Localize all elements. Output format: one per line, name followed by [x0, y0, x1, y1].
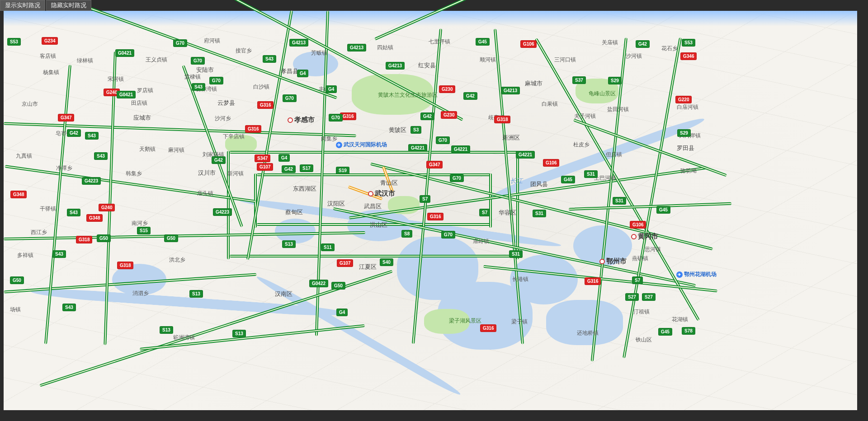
town-label: 净潭乡: [56, 164, 72, 172]
town-label: 盐田河镇: [607, 106, 629, 113]
expressway-shield: G4221: [516, 151, 535, 159]
town-label: 客店镇: [40, 52, 56, 60]
town-label: 庙岭镇: [473, 238, 489, 245]
national-road-shield: G230: [439, 85, 455, 93]
expressway-shield: G70: [450, 174, 464, 182]
town-label: 西江乡: [31, 229, 47, 236]
town-label: 三河口镇: [554, 56, 576, 64]
expressway-shield: G70: [329, 114, 343, 122]
expressway-shield: S43: [192, 83, 205, 91]
town-label: 铁山区: [636, 336, 652, 344]
expressway-shield: S27: [625, 293, 639, 301]
expressway-shield: S40: [380, 258, 393, 266]
expressway-shield: S31: [613, 197, 626, 205]
expressway-shield: G42: [463, 92, 477, 100]
airport-label: ✈鄂州花湖机场: [676, 271, 717, 278]
map-canvas[interactable]: 长江 武汉市孝感市鄂州市黄冈市汉川市应城市安陆市红安县麻城市罗田县团风县华容区黄…: [0, 11, 868, 421]
town-label: 干驿镇: [40, 205, 56, 213]
town-label: 罗店镇: [137, 87, 153, 94]
scenic-area-label: 梁子湖风景区: [449, 317, 481, 325]
district-label: 孝昌县: [281, 67, 298, 75]
national-road-shield: G318: [117, 262, 133, 269]
scenic-area-label: 黄陂木兰文化生态旅游区: [378, 91, 438, 99]
town-label: 但店镇: [606, 151, 622, 159]
expressway-shield: G45: [561, 176, 575, 183]
expressway-shield: S31: [533, 210, 546, 217]
expressway-shield: S43: [94, 152, 108, 160]
expressway-shield: G50: [331, 282, 345, 290]
town-label: 长港镇: [512, 276, 528, 283]
expressway-shield: G4213: [289, 39, 308, 47]
town-label: 簕洲湾镇: [173, 334, 195, 341]
expressway-shield: S31: [584, 170, 598, 178]
town-label: 闵集乡: [321, 135, 337, 143]
town-label: 沙河镇: [626, 52, 642, 60]
national-road-shield: G240: [99, 204, 115, 211]
town-label: 绿林镇: [77, 57, 93, 65]
town-label: 白庙河镇: [677, 103, 698, 111]
expressway-shield: S43: [67, 209, 80, 216]
town-label: 洪北乡: [169, 256, 185, 264]
yangtze-river-label: 长江: [510, 177, 523, 185]
expressway-shield: S29: [608, 77, 622, 84]
expressway-shield: S43: [62, 304, 76, 311]
hide-traffic-button[interactable]: 隐藏实时路况: [46, 0, 91, 11]
expressway-shield: G50: [97, 234, 111, 242]
expressway-shield: S13: [232, 330, 246, 337]
district-label: 黄陂区: [389, 126, 406, 134]
town-label: 芳畈镇: [311, 49, 327, 57]
expressway-shield: G70: [209, 77, 223, 84]
expressway-shield: G0422: [309, 280, 328, 287]
expressway-shield: S31: [509, 250, 523, 258]
national-road-shield: G107: [257, 163, 273, 171]
district-label: 汉阳区: [327, 200, 345, 208]
expressway-shield: G50: [164, 234, 178, 242]
national-road-shield: G346: [680, 52, 697, 60]
expressway-shield: G4223: [213, 208, 232, 216]
airport-icon: ✈: [336, 142, 342, 148]
expressway-shield: G4223: [82, 177, 101, 185]
scenic-area-label: 龟峰山景区: [589, 90, 616, 98]
town-label: 夫子河镇: [574, 112, 596, 120]
expressway-shield: G0421: [117, 91, 136, 98]
expressway-shield: G45: [656, 206, 670, 214]
traffic-road-layer: [4, 11, 857, 410]
expressway-shield: G42: [282, 165, 296, 173]
airport-icon: ✈: [676, 271, 683, 278]
airport-label: ✈武汉天河国际机场: [336, 141, 387, 149]
expressway-shield: G4213: [386, 62, 405, 70]
expressway-shield: S78: [682, 327, 695, 335]
town-label: 关庙镇: [602, 39, 618, 47]
national-road-shield: G106: [630, 221, 646, 229]
national-road-shield: G234: [42, 37, 58, 45]
show-traffic-button[interactable]: 显示实时路况: [0, 0, 45, 11]
town-label: 汀祖镇: [633, 308, 650, 316]
town-label: 田店镇: [131, 99, 147, 107]
district-label: 青山区: [380, 179, 398, 187]
expressway-shield: G50: [10, 276, 24, 284]
national-road-shield: G316: [480, 324, 496, 332]
expressway-shield: S13: [160, 326, 173, 334]
town-label: 四姑镇: [377, 44, 393, 51]
city-label: 武汉市: [368, 189, 395, 198]
expressway-shield: S53: [682, 39, 695, 47]
national-road-shield: G106: [520, 40, 537, 48]
expressway-shield: G4221: [408, 144, 427, 152]
expressway-shield: G4: [336, 309, 348, 316]
town-label: 七里坪镇: [429, 38, 450, 46]
town-label: 梁子镇: [511, 318, 528, 326]
expressway-shield: G0421: [115, 49, 134, 57]
district-label: 麻城市: [525, 80, 542, 88]
national-road-shield: G316: [427, 213, 443, 220]
town-label: 宋河镇: [108, 75, 124, 83]
town-label: 燕矶镇: [632, 255, 648, 262]
expressway-shield: S13: [189, 290, 203, 298]
district-label: 团风县: [530, 180, 548, 188]
expressway-shield: G70: [436, 136, 450, 144]
expressway-shield: S53: [7, 38, 21, 46]
district-label: 罗田县: [677, 144, 694, 152]
expressway-shield: S7: [420, 195, 430, 203]
district-label: 江夏区: [359, 263, 377, 271]
city-label: 黄冈市: [631, 232, 658, 241]
national-road-shield: G316: [585, 277, 601, 285]
